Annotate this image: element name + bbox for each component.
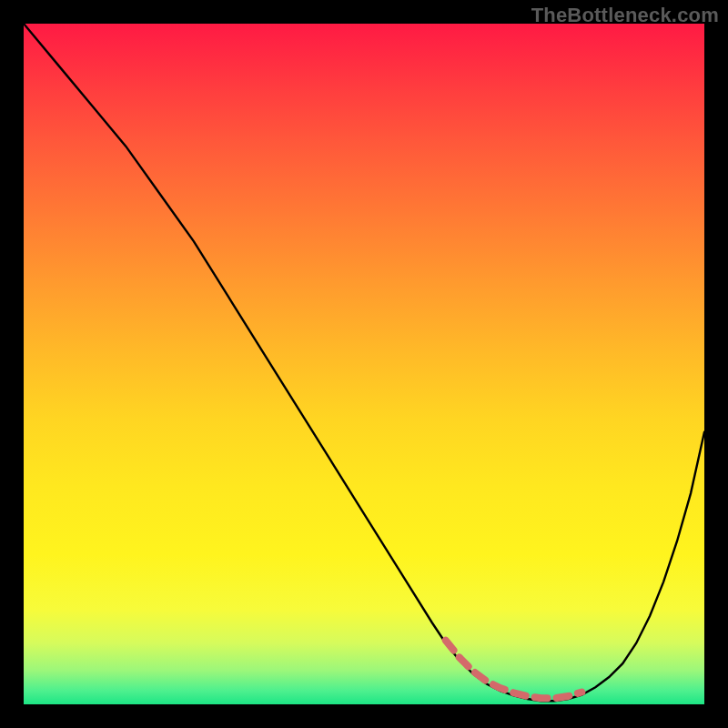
chart-container: TheBottleneck.com: [0, 0, 728, 728]
plot-area: [24, 24, 704, 704]
chart-svg: [24, 24, 704, 704]
watermark-text: TheBottleneck.com: [531, 4, 719, 27]
bottleneck-curve: [24, 24, 704, 701]
optimal-range-marker: [446, 641, 582, 699]
